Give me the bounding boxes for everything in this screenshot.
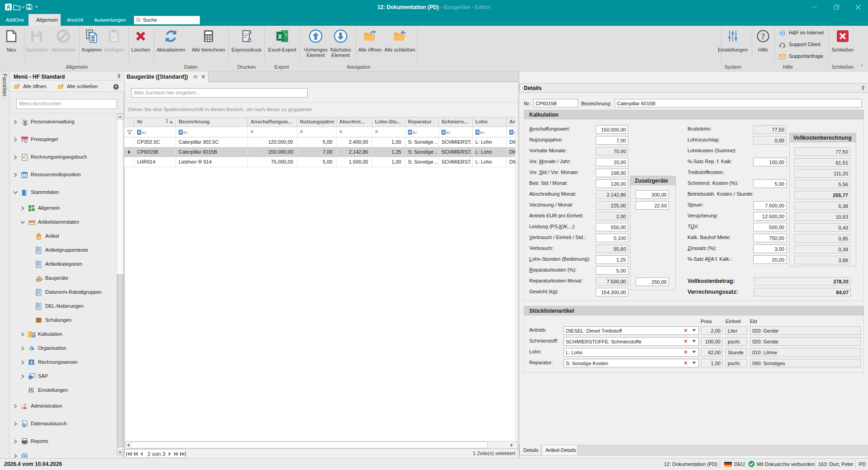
svg-text:?: ? [761, 32, 765, 41]
svg-text:§: § [30, 360, 33, 365]
svg-text:12: 12 [23, 174, 26, 178]
svg-text:X: X [278, 33, 282, 40]
svg-text:€: € [23, 155, 26, 160]
svg-text:U: U [38, 236, 40, 239]
